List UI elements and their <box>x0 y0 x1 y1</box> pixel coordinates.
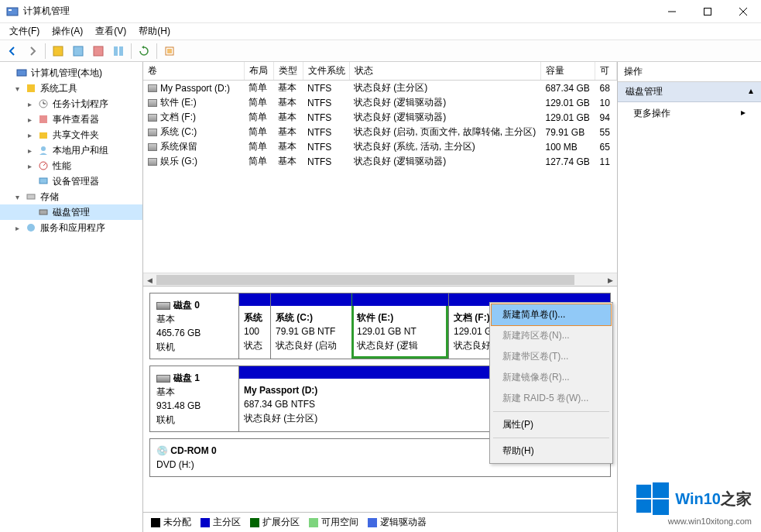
svg-rect-6 <box>53 46 63 56</box>
toolbar-btn-2[interactable] <box>69 42 87 60</box>
forward-button[interactable] <box>23 42 42 60</box>
tree-services[interactable]: ▸服务和应用程序 <box>0 220 142 235</box>
menu-file[interactable]: 文件(F) <box>3 23 46 39</box>
svg-rect-12 <box>167 49 172 53</box>
watermark-url: www.win10xitong.com <box>636 517 752 526</box>
table-row[interactable]: 软件 (E:)简单基本NTFS状态良好 (逻辑驱动器)129.01 GB10 <box>143 95 617 110</box>
app-icon <box>6 5 19 18</box>
toolbar-btn-3[interactable] <box>89 42 108 60</box>
toolbar <box>0 40 761 62</box>
col-free[interactable]: 可 <box>595 62 617 81</box>
disk0-status: 联机 <box>156 340 232 354</box>
legend: 未分配 主分区 扩展分区 可用空间 逻辑驱动器 <box>143 512 617 532</box>
action-section[interactable]: 磁盘管理▴ <box>618 82 761 102</box>
table-row[interactable]: 系统 (C:)简单基本NTFS状态良好 (启动, 页面文件, 故障转储, 主分区… <box>143 125 617 139</box>
menu-help[interactable]: 帮助(H) <box>132 23 177 39</box>
toolbar-btn-5[interactable] <box>160 42 179 60</box>
tree-label: 系统工具 <box>40 82 77 95</box>
action-pane: 操作 磁盘管理▴ 更多操作▸ <box>618 62 761 532</box>
collapse-icon: ▴ <box>749 85 753 98</box>
tree-label: 服务和应用程序 <box>40 221 105 235</box>
ctx-new-span[interactable]: 新建跨区卷(N)... <box>492 325 611 346</box>
windows-logo-icon <box>636 482 669 515</box>
tree-root[interactable]: 计算机管理(本地) <box>0 65 142 81</box>
svg-point-26 <box>27 224 35 232</box>
cd-icon: 💿 <box>156 445 170 456</box>
col-fs[interactable]: 文件系统 <box>303 62 349 81</box>
disk0-label: 磁盘 0 <box>173 300 200 311</box>
svg-rect-28 <box>653 482 669 498</box>
scroll-right-icon[interactable]: ▶ <box>604 273 617 287</box>
col-type[interactable]: 类型 <box>273 62 303 81</box>
window-title: 计算机管理 <box>23 5 654 18</box>
tree-label: 事件查看器 <box>53 113 99 126</box>
titlebar: 计算机管理 <box>0 0 761 23</box>
tree-label: 磁盘管理 <box>53 206 90 219</box>
scroll-thumb[interactable] <box>156 275 574 285</box>
cdrom-info[interactable]: 💿 CD-ROM 0 DVD (H:) <box>150 439 239 476</box>
ctx-properties[interactable]: 属性(P) <box>492 414 611 435</box>
legend-extended: 扩展分区 <box>262 517 300 527</box>
ctx-new-raid5[interactable]: 新建 RAID-5 卷(W)... <box>492 388 611 409</box>
action-more[interactable]: 更多操作▸ <box>618 102 761 125</box>
ctx-sep <box>493 411 609 412</box>
tree-diskmgmt[interactable]: 磁盘管理 <box>0 204 142 220</box>
volume-list: 卷 布局 类型 文件系统 状态 容量 可 My Passport (D:)简单基… <box>143 62 617 287</box>
tree-storage[interactable]: ▾存储 <box>0 189 142 204</box>
disk0-part-0[interactable]: 系统100状态 <box>239 293 270 359</box>
cdrom-label: CD-ROM 0 <box>170 445 216 456</box>
disk1-type: 基本 <box>156 385 232 399</box>
ctx-new-mirror[interactable]: 新建镜像卷(R)... <box>492 367 611 388</box>
menu-view[interactable]: 查看(V) <box>89 23 132 39</box>
disk0-type: 基本 <box>156 312 232 326</box>
tree-scheduler[interactable]: ▸任务计划程序 <box>0 96 142 112</box>
toolbar-btn-1[interactable] <box>49 42 67 60</box>
disk1-part-0[interactable]: My Passport (D:)687.34 GB NTFS状态良好 (主分区) <box>239 366 508 431</box>
ctx-new-stripe[interactable]: 新建带区卷(T)... <box>492 346 611 367</box>
toolbar-btn-4[interactable] <box>109 42 128 60</box>
hscrollbar[interactable]: ◀ ▶ <box>143 273 617 286</box>
svg-rect-10 <box>119 46 123 56</box>
svg-line-22 <box>43 163 46 166</box>
tree-devmgr[interactable]: 设备管理器 <box>0 173 142 189</box>
table-row[interactable]: My Passport (D:)简单基本NTFS状态良好 (主分区)687.34… <box>143 81 617 96</box>
maximize-button[interactable] <box>690 0 725 23</box>
tree-localusers[interactable]: ▸本地用户和组 <box>0 142 142 158</box>
disk0-part-1[interactable]: 系统 (C:)79.91 GB NTF状态良好 (启动 <box>270 293 351 359</box>
tree-eventviewer[interactable]: ▸事件查看器 <box>0 112 142 127</box>
tree-sharedfolders[interactable]: ▸共享文件夹 <box>0 127 142 142</box>
col-status[interactable]: 状态 <box>349 62 541 81</box>
svg-rect-1 <box>9 9 12 11</box>
svg-rect-9 <box>114 46 118 56</box>
svg-rect-18 <box>39 115 47 123</box>
svg-rect-19 <box>39 132 47 139</box>
disk0-info[interactable]: 磁盘 0 基本 465.76 GB 联机 <box>150 293 239 359</box>
minimize-button[interactable] <box>654 0 690 23</box>
context-menu: 新建简单卷(I)... 新建跨区卷(N)... 新建带区卷(T)... 新建镜像… <box>489 302 613 464</box>
menubar: 文件(F) 操作(A) 查看(V) 帮助(H) <box>0 23 761 40</box>
back-button[interactable] <box>3 42 22 60</box>
close-button[interactable] <box>725 0 761 23</box>
tree-label: 计算机管理(本地) <box>31 67 102 80</box>
table-row[interactable]: 系统保留简单基本NTFS状态良好 (系统, 活动, 主分区)100 MB65 <box>143 139 617 154</box>
disk1-info[interactable]: 磁盘 1 基本 931.48 GB 联机 <box>150 366 239 431</box>
scroll-left-icon[interactable]: ◀ <box>143 273 156 287</box>
ctx-new-simple[interactable]: 新建简单卷(I)... <box>491 304 612 326</box>
disk0-part-2[interactable]: 软件 (E:)129.01 GB NT状态良好 (逻辑 <box>351 293 448 359</box>
svg-rect-0 <box>7 8 18 15</box>
col-capacity[interactable]: 容量 <box>541 62 595 81</box>
refresh-button[interactable] <box>135 42 153 60</box>
tree-performance[interactable]: ▸性能 <box>0 158 142 173</box>
tree-label: 存储 <box>40 190 59 204</box>
menu-action[interactable]: 操作(A) <box>46 23 89 39</box>
action-header: 操作 <box>618 62 761 82</box>
legend-logical: 逻辑驱动器 <box>380 517 427 527</box>
tree-systools[interactable]: ▾系统工具 <box>0 81 142 96</box>
col-volume[interactable]: 卷 <box>143 62 244 81</box>
ctx-help[interactable]: 帮助(H) <box>492 441 611 462</box>
table-row[interactable]: 娱乐 (G:)简单基本NTFS状态良好 (逻辑驱动器)127.74 GB11 <box>143 154 617 169</box>
tree-label: 本地用户和组 <box>53 144 108 157</box>
table-row[interactable]: 文档 (F:)简单基本NTFS状态良好 (逻辑驱动器)129.01 GB94 <box>143 110 617 125</box>
legend-free: 可用空间 <box>321 517 358 527</box>
col-layout[interactable]: 布局 <box>244 62 273 81</box>
